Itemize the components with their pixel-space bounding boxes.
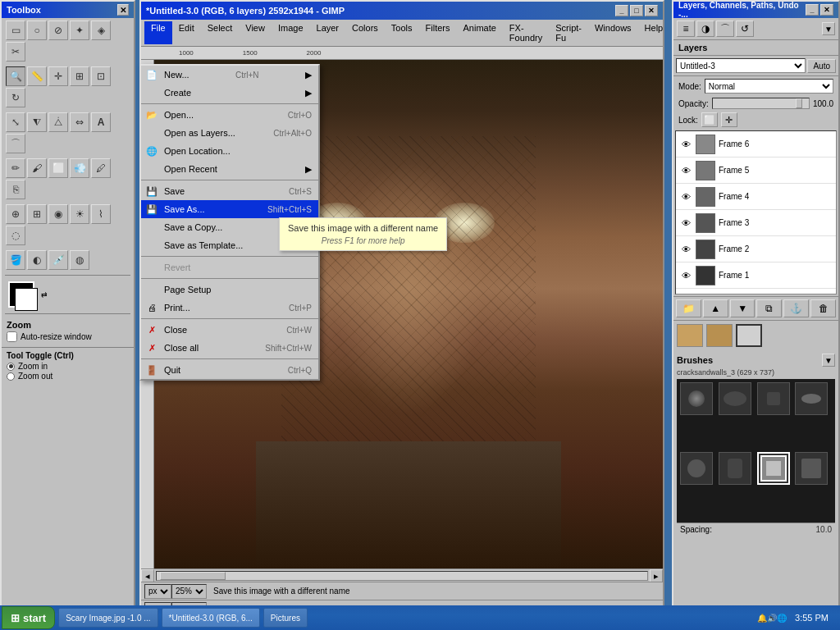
menu-animate[interactable]: Animate bbox=[456, 21, 502, 44]
smudge-tool[interactable]: ⌇ bbox=[91, 204, 111, 224]
canvas-scrollbar-horizontal[interactable]: ◂ ▸ bbox=[141, 568, 663, 582]
airbrush-tool[interactable]: 💨 bbox=[70, 158, 89, 178]
brushes-menu-btn[interactable]: ▼ bbox=[822, 354, 835, 367]
unit-select-1[interactable]: px bbox=[144, 584, 171, 599]
layer-visibility-frame1[interactable]: 👁 bbox=[679, 269, 692, 282]
magnify-tool[interactable]: 🔍 bbox=[6, 66, 25, 86]
layers-close-btn[interactable]: ✕ bbox=[820, 4, 833, 16]
new-layer-group-btn[interactable]: 📁 bbox=[676, 299, 701, 317]
move-tool[interactable]: ✛ bbox=[48, 66, 68, 86]
auto-resize-checkbox[interactable]: Auto-resize window bbox=[7, 331, 129, 342]
channels-tab-icon[interactable]: ◑ bbox=[696, 21, 714, 37]
flip-tool[interactable]: ⇔ bbox=[70, 112, 89, 132]
menu-windows[interactable]: Windows bbox=[588, 21, 638, 44]
convolve-tool[interactable]: ◌ bbox=[6, 226, 25, 245]
heal-tool[interactable]: ⊕ bbox=[6, 204, 25, 224]
lock-pixels-btn[interactable]: ⬜ bbox=[701, 112, 718, 127]
menu-file[interactable]: File bbox=[144, 21, 172, 44]
menu-script-fu[interactable]: Script-Fu bbox=[549, 21, 588, 44]
bucket-fill-tool[interactable]: 🪣 bbox=[6, 250, 25, 270]
menu-help[interactable]: Help bbox=[638, 21, 670, 44]
menu-save[interactable]: 💾 Save Ctrl+S bbox=[141, 182, 318, 200]
menu-open-as-layers[interactable]: Open as Layers... Ctrl+Alt+O bbox=[141, 124, 318, 142]
rect-select-tool[interactable]: ▭ bbox=[6, 21, 25, 40]
align-tool[interactable]: ⊞ bbox=[70, 66, 89, 86]
layer-row-frame5[interactable]: 👁 Frame 5 bbox=[676, 158, 836, 184]
ellipse-select-tool[interactable]: ○ bbox=[27, 21, 47, 40]
swap-colors-icon[interactable]: ⇄ bbox=[41, 290, 48, 299]
menu-close[interactable]: ✗ Close Ctrl+W bbox=[141, 321, 318, 339]
opacity-slider[interactable] bbox=[712, 98, 810, 109]
brush-swatch-1[interactable] bbox=[677, 324, 703, 347]
menu-view[interactable]: View bbox=[239, 21, 272, 44]
zoom-out-radio-btn[interactable] bbox=[7, 372, 15, 381]
paintbrush-tool[interactable]: 🖌 bbox=[27, 158, 47, 178]
taskbar-item-untitled[interactable]: *Untitled-3.0 (RGB, 6... bbox=[162, 608, 260, 628]
menu-filters[interactable]: Filters bbox=[419, 21, 457, 44]
perspective-tool[interactable]: ⧊ bbox=[48, 112, 68, 132]
perspective-clone-tool[interactable]: ⊞ bbox=[27, 204, 47, 224]
layer-visibility-frame4[interactable]: 👁 bbox=[679, 190, 692, 203]
lock-position-btn[interactable]: ✛ bbox=[721, 112, 737, 127]
start-button[interactable]: ⊞ start bbox=[2, 606, 55, 629]
menu-tools[interactable]: Tools bbox=[385, 21, 419, 44]
free-select-tool[interactable]: ⊘ bbox=[48, 21, 68, 40]
anchor-layer-btn[interactable]: ⚓ bbox=[783, 299, 809, 317]
rotate-tool[interactable]: ↻ bbox=[6, 88, 25, 107]
layer-visibility-frame6[interactable]: 👁 bbox=[679, 138, 692, 151]
layer-visibility-frame3[interactable]: 👁 bbox=[679, 217, 692, 230]
menu-select[interactable]: Select bbox=[201, 21, 240, 44]
brush-swatch-3-selected[interactable] bbox=[736, 324, 762, 347]
crop-tool[interactable]: ⊡ bbox=[91, 66, 111, 86]
scissors-select-tool[interactable]: ✂ bbox=[6, 42, 25, 62]
zoom-in-radio[interactable]: Zoom in bbox=[7, 362, 129, 371]
gimp-close-btn[interactable]: ✕ bbox=[645, 5, 658, 16]
pencil-tool[interactable]: ✏ bbox=[6, 158, 25, 178]
path-tool[interactable]: ⌒ bbox=[6, 134, 25, 153]
layer-row-frame6[interactable]: 👁 Frame 6 bbox=[676, 131, 836, 158]
brush-item-7-selected[interactable] bbox=[757, 452, 790, 485]
menu-quit[interactable]: 🚪 Quit Ctrl+Q bbox=[141, 361, 318, 379]
menu-fx-foundry[interactable]: FX-Foundry bbox=[503, 21, 549, 44]
shear-tool[interactable]: ⧨ bbox=[27, 112, 47, 132]
menu-open[interactable]: 📂 Open... Ctrl+O bbox=[141, 106, 318, 124]
layers-auto-btn[interactable]: Auto bbox=[807, 59, 836, 73]
select-by-color-tool[interactable]: ◈ bbox=[91, 21, 111, 40]
menu-open-location[interactable]: 🌐 Open Location... bbox=[141, 142, 318, 160]
blur-tool[interactable]: ◉ bbox=[48, 204, 68, 224]
layer-row-frame4[interactable]: 👁 Frame 4 bbox=[676, 184, 836, 210]
brush-item-5[interactable] bbox=[680, 452, 713, 485]
ink-tool[interactable]: 🖊 bbox=[91, 158, 111, 178]
zoom-out-radio[interactable]: Zoom out bbox=[7, 372, 129, 381]
gimp-minimize-btn[interactable]: _ bbox=[615, 5, 628, 16]
menu-revert[interactable]: Revert bbox=[141, 258, 318, 276]
layers-mode-select[interactable]: Normal bbox=[705, 79, 833, 94]
layer-row-frame3[interactable]: 👁 Frame 3 bbox=[676, 210, 836, 236]
menu-edit[interactable]: Edit bbox=[172, 21, 201, 44]
gimp-maximize-btn[interactable]: □ bbox=[630, 5, 643, 16]
layer-up-btn[interactable]: ▲ bbox=[703, 299, 728, 317]
foreground-color[interactable] bbox=[8, 281, 34, 308]
menu-open-recent[interactable]: Open Recent ▶ bbox=[141, 160, 318, 178]
layer-row-frame1[interactable]: 👁 Frame 1 bbox=[676, 262, 836, 289]
menu-save-as[interactable]: 💾 Save As... Shift+Ctrl+S bbox=[141, 200, 318, 218]
measure-tool[interactable]: 📏 bbox=[27, 66, 47, 86]
menu-layer[interactable]: Layer bbox=[310, 21, 346, 44]
blend-tool[interactable]: ◐ bbox=[27, 250, 47, 270]
menu-print[interactable]: 🖨 Print... Ctrl+P bbox=[141, 299, 318, 317]
menu-colors[interactable]: Colors bbox=[345, 21, 385, 44]
toolbox-close-button[interactable]: ✕ bbox=[117, 4, 129, 16]
menu-close-all[interactable]: ✗ Close all Shift+Ctrl+W bbox=[141, 339, 318, 357]
opacity-slider-thumb[interactable] bbox=[796, 98, 802, 108]
fuzzy-select-tool[interactable]: ✦ bbox=[70, 21, 89, 40]
menu-create[interactable]: Create ▶ bbox=[141, 84, 318, 102]
undo-tab-icon[interactable]: ↺ bbox=[736, 21, 754, 37]
scrollbar-track[interactable] bbox=[156, 571, 648, 581]
layer-visibility-frame2[interactable]: 👁 bbox=[679, 243, 692, 256]
zoom-in-radio-btn[interactable] bbox=[7, 363, 15, 371]
brush-item-3[interactable] bbox=[757, 382, 790, 415]
menu-new[interactable]: 📄 New... Ctrl+N ▶ bbox=[141, 66, 318, 84]
brush-item-1[interactable] bbox=[680, 382, 713, 415]
layers-tab-icon[interactable]: ≡ bbox=[677, 21, 695, 37]
dodge-tool[interactable]: ☀ bbox=[70, 204, 89, 224]
